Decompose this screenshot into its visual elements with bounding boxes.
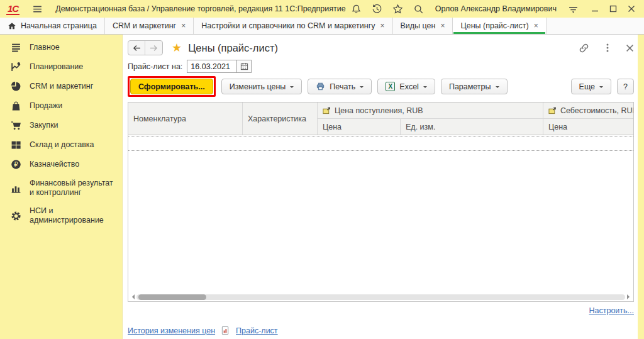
column-header-cost-group[interactable]: Себестоимость, RUB — [543, 103, 633, 119]
excel-label: Excel — [399, 82, 419, 91]
sidebar-item-label: CRM и маркетинг — [30, 82, 93, 91]
bar-chart-icon — [11, 183, 21, 194]
close-form-icon[interactable] — [626, 44, 634, 52]
change-prices-button[interactable]: Изменить цены — [221, 79, 303, 94]
price-history-link[interactable]: История изменения цен — [128, 326, 215, 335]
column-label: Ед. изм. — [406, 123, 435, 131]
close-tab-icon[interactable]: × — [440, 22, 445, 30]
tab-price-types[interactable]: Виды цен × — [393, 18, 453, 34]
table-row-cursor[interactable] — [128, 136, 633, 151]
forward-button[interactable] — [145, 41, 162, 55]
parameters-button[interactable]: Параметры — [441, 79, 508, 94]
service-menu-icon[interactable] — [568, 4, 579, 14]
table-body[interactable] — [128, 135, 633, 292]
sidebar-item-label: Планирование — [30, 62, 83, 72]
tab-crm-marketing[interactable]: CRM и маркетинг × — [105, 18, 194, 34]
printer-icon — [316, 82, 325, 91]
pie-chart-icon — [11, 81, 21, 92]
close-tab-icon[interactable]: × — [534, 22, 538, 30]
column-label: Характеристика — [248, 114, 306, 123]
sidebar-item-label: Продажи — [30, 101, 62, 111]
price-list-report-link[interactable]: Прайс-лист — [236, 326, 278, 335]
more-kebab-icon[interactable] — [606, 43, 609, 53]
column-label: Цена — [323, 123, 341, 131]
column-header-cost-price[interactable]: Цена — [543, 119, 633, 135]
sidebar-item-label: Казначейство — [30, 160, 79, 169]
sidebar-item-sales[interactable]: Продажи — [0, 96, 122, 116]
favorite-star-icon[interactable]: ★ — [172, 42, 182, 53]
tab-label: Начальная страница — [21, 21, 97, 30]
sidebar-item-purchases[interactable]: Закупки — [0, 116, 122, 135]
page-header: ★ Цены (прайс-лист) — [128, 38, 634, 57]
tab-label: Цены (прайс-лист) — [460, 21, 528, 30]
close-tab-icon[interactable]: × — [181, 22, 186, 30]
sidebar-item-administration[interactable]: НСИ и администрирование — [0, 202, 122, 230]
tab-home[interactable]: Начальная страница — [0, 18, 105, 34]
navigation-buttons — [128, 40, 163, 55]
print-button[interactable]: Печать — [308, 79, 372, 94]
close-window-button[interactable] — [625, 3, 638, 14]
table-header: Номенклатура Характеристика Цена поступл… — [128, 103, 633, 135]
column-header-unit[interactable]: Ед. изм. — [401, 119, 543, 135]
date-input-group — [187, 60, 252, 73]
main-menu-icon[interactable] — [32, 4, 43, 14]
minimize-button[interactable] — [589, 3, 602, 14]
favorites-star-icon[interactable] — [392, 4, 403, 14]
configure-link[interactable]: Настроить... — [589, 306, 635, 315]
sidebar-item-main[interactable]: Главное — [0, 38, 122, 57]
gear-icon — [11, 211, 21, 221]
tab-label: Настройки и справочники по CRM и маркети… — [201, 21, 375, 30]
sidebar-item-warehouse[interactable]: Склад и доставка — [0, 135, 122, 155]
chevron-down-icon — [496, 86, 499, 90]
generate-button[interactable]: Сформировать... — [130, 79, 213, 94]
column-header-arrival-price[interactable]: Цена — [318, 119, 401, 135]
list-icon — [11, 42, 21, 53]
excel-button[interactable]: X Excel — [377, 79, 435, 94]
app-window: 1С Демонстрационная база / Управление то… — [0, 0, 644, 339]
column-label: Номенклатура — [133, 114, 186, 123]
notifications-bell-icon[interactable] — [351, 4, 362, 14]
close-tab-icon[interactable]: × — [380, 22, 384, 30]
history-icon[interactable] — [372, 4, 382, 14]
more-button[interactable]: Еще — [571, 79, 611, 94]
price-tag-icon — [323, 106, 331, 114]
price-tag-icon — [548, 106, 557, 114]
column-header-nomenclature[interactable]: Номенклатура — [128, 103, 243, 135]
search-icon[interactable] — [413, 4, 424, 14]
column-header-arrival-price-group[interactable]: Цена поступления, RUB — [318, 103, 543, 119]
scrollbar-track[interactable] — [136, 294, 625, 300]
tab-label: Виды цен — [401, 21, 436, 30]
home-icon — [8, 21, 16, 30]
tab-bar: Начальная страница CRM и маркетинг × Нас… — [0, 18, 644, 35]
print-label: Печать — [330, 82, 355, 91]
tab-price-list[interactable]: Цены (прайс-лист) × — [453, 18, 546, 34]
sidebar-item-label: Финансовый результат и контроллинг — [30, 179, 117, 197]
scroll-left-icon[interactable] — [130, 294, 135, 299]
sidebar-item-label: Закупки — [30, 121, 58, 130]
maximize-button[interactable] — [607, 3, 620, 14]
get-link-icon[interactable] — [579, 43, 589, 53]
scroll-right-icon[interactable] — [627, 294, 632, 299]
column-header-characteristic[interactable]: Характеристика — [243, 103, 318, 135]
footer-links: История изменения цен Прайс-лист — [128, 326, 634, 335]
back-button[interactable] — [128, 41, 145, 55]
chevron-down-icon — [360, 86, 364, 90]
price-list-date-input[interactable] — [187, 60, 237, 73]
tab-crm-settings[interactable]: Настройки и справочники по CRM и маркети… — [194, 18, 392, 34]
configure-row: Настроить... — [128, 306, 634, 315]
page-title: Цены (прайс-лист) — [188, 42, 278, 54]
cart-icon — [11, 120, 21, 131]
right-panel-strip — [638, 35, 644, 339]
sidebar-item-planning[interactable]: Планирование — [0, 57, 122, 77]
main-area: Главное Планирование CRM и маркетинг Про… — [0, 35, 644, 339]
sidebar-item-finance[interactable]: Финансовый результат и контроллинг — [0, 174, 122, 202]
scrollbar-thumb[interactable] — [138, 294, 206, 300]
help-button[interactable]: ? — [617, 79, 634, 94]
current-user-name[interactable]: Орлов Александр Владимирович — [435, 4, 557, 13]
sidebar-item-treasury[interactable]: ₽ Казначейство — [0, 155, 122, 174]
highlight-annotation-box: Сформировать... — [128, 76, 216, 97]
sidebar-item-label: Склад и доставка — [30, 140, 94, 150]
sidebar-item-crm[interactable]: CRM и маркетинг — [0, 77, 122, 96]
calendar-icon[interactable] — [237, 60, 252, 73]
ruble-circle-icon: ₽ — [11, 159, 21, 170]
